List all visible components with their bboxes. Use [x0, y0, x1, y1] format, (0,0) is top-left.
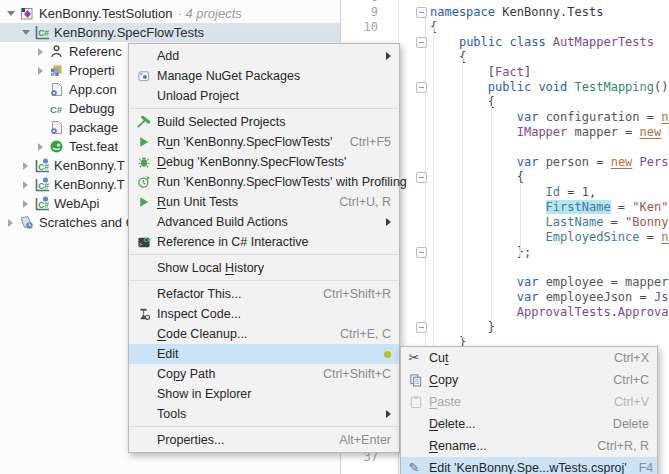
chevron-down-icon[interactable]	[19, 30, 32, 35]
fold-marker[interactable]	[416, 82, 427, 93]
code-token: class	[510, 35, 546, 49]
fold-marker[interactable]	[416, 7, 427, 18]
menu-item-label: Code Cleanup...	[157, 327, 247, 341]
menu-item-delete[interactable]: Delete...Delete	[401, 413, 657, 435]
properties-icon	[49, 63, 64, 78]
svg-text:C#: C#	[143, 237, 150, 243]
chevron-right-icon[interactable]	[34, 48, 47, 56]
menu-item-build-selected-projects[interactable]: Build Selected Projects	[129, 112, 399, 132]
menu-item-label: Debug 'KenBonny.SpecFlowTests'	[157, 155, 346, 169]
code-text[interactable]: namespace KenBonny.Tests{ public class A…	[430, 5, 669, 350]
code-token: mapper	[575, 125, 618, 139]
menu-item-run-kenbonny-specflowtests[interactable]: Run 'KenBonny.SpecFlowTests'Ctrl+F5	[129, 132, 399, 152]
chevron-down-icon[interactable]	[4, 11, 17, 16]
code-token	[430, 110, 517, 124]
scratches-icon	[19, 215, 34, 230]
chevron-right-icon[interactable]	[34, 143, 47, 151]
menu-item-properties[interactable]: Properties...Alt+Enter	[129, 430, 399, 450]
tree-item-label: package	[69, 120, 118, 135]
chevron-right-icon[interactable]	[34, 67, 47, 75]
menu-item-code-cleanup[interactable]: Code Cleanup...Ctrl+E, C	[129, 324, 399, 344]
code-line[interactable]: namespace KenBonny.Tests	[430, 5, 669, 20]
paste-icon	[409, 395, 424, 410]
solution-icon	[19, 6, 34, 21]
menu-item-copy-path[interactable]: Copy PathCtrl+Shift+C	[129, 364, 399, 384]
code-line[interactable]: public class AutMapperTests	[430, 35, 669, 50]
menu-item-advanced-build-actions[interactable]: Advanced Build Actions	[129, 212, 399, 232]
menu-item-add[interactable]: Add	[129, 46, 399, 66]
tree-item-label: WebApi	[54, 196, 99, 211]
config-icon	[49, 82, 64, 97]
code-token: var	[517, 290, 539, 304]
code-line[interactable]: FirstName = "Ken",	[430, 200, 669, 215]
code-token: AutMapperTests	[553, 35, 654, 49]
tree-item-label: App.con	[69, 82, 117, 97]
menu-item-show-local-history[interactable]: Show Local History	[129, 258, 399, 278]
code-line[interactable]	[430, 140, 669, 155]
menu-item-edit-kenbonny-spe-wtests-csproj[interactable]: ✎Edit 'KenBonny.Spe...wTests.csproj'F4	[401, 457, 657, 474]
code-token: public	[488, 80, 531, 94]
menu-item-tools[interactable]: Tools	[129, 404, 399, 424]
menu-item-debug-kenbonny-specflowtests[interactable]: Debug 'KenBonny.SpecFlowTests'	[129, 152, 399, 172]
cut-icon: ✂	[409, 351, 424, 366]
code-line[interactable]: {	[430, 20, 669, 35]
fold-marker[interactable]	[416, 37, 427, 48]
code-line[interactable]	[430, 260, 669, 275]
project-context-menu: AddManage NuGet PackagesUnload ProjectBu…	[128, 43, 400, 453]
menu-item-manage-nuget-packages[interactable]: Manage NuGet Packages	[129, 66, 399, 86]
menu-item-label: Build Selected Projects	[157, 115, 286, 129]
chevron-right-icon[interactable]	[19, 181, 32, 189]
menu-item-label: Inspect Code...	[157, 307, 241, 321]
code-token	[430, 200, 546, 214]
fold-marker[interactable]	[416, 172, 427, 183]
code-line[interactable]: IMapper mapper = new M	[430, 125, 669, 140]
menu-item-show-in-explorer[interactable]: Show in Explorer	[129, 384, 399, 404]
menu-item-unload-project[interactable]: Unload Project	[129, 86, 399, 106]
menu-item-cut[interactable]: ✂CutCtrl+X	[401, 347, 657, 369]
menu-item-inspect-code[interactable]: Inspect Code...	[129, 304, 399, 324]
tree-item-kenbonny-specflowtests[interactable]: C#KenBonny.SpecFlowTests	[0, 23, 340, 42]
menu-item-edit[interactable]: Edit	[129, 344, 399, 364]
code-token: Perso	[640, 155, 669, 169]
code-token: configuration	[546, 110, 640, 124]
code-token	[430, 290, 517, 304]
chevron-right-icon[interactable]	[19, 200, 32, 208]
code-token	[538, 155, 545, 169]
code-token: var	[517, 110, 539, 124]
code-line[interactable]: public void TestMapping()	[430, 80, 669, 95]
chevron-right-icon[interactable]	[4, 219, 17, 227]
code-line[interactable]: var configuration = ne	[430, 110, 669, 125]
menu-shortcut: Ctrl+Shift+R	[311, 287, 391, 301]
code-token: public	[459, 35, 502, 49]
code-line[interactable]: ApprovalTests.Approval	[430, 305, 669, 320]
fold-marker[interactable]	[416, 322, 427, 333]
menu-item-copy[interactable]: CopyCtrl+C	[401, 369, 657, 391]
menu-item-reference-in-c-interactive[interactable]: >_C#Reference in C# Interactive	[129, 232, 399, 252]
code-token: =	[640, 110, 662, 124]
menu-item-rename[interactable]: Rename...Ctrl+R, R	[401, 435, 657, 457]
code-line[interactable]: var employee = mapper.	[430, 275, 669, 290]
code-line[interactable]: }	[430, 320, 669, 335]
project-count-suffix: · 4 projects	[177, 6, 241, 21]
code-line[interactable]: [Fact]	[430, 65, 669, 80]
chevron-right-icon[interactable]	[19, 162, 32, 170]
tree-item-kenbonny-testsolution[interactable]: KenBonny.TestSolution· 4 projects	[0, 4, 340, 23]
fold-marker[interactable]	[416, 247, 427, 258]
profile-icon	[137, 175, 152, 190]
config-icon	[49, 120, 64, 135]
code-line[interactable]: LastName = "Bonny"	[430, 215, 669, 230]
code-line[interactable]: };	[430, 245, 669, 260]
code-line[interactable]: {	[430, 50, 669, 65]
code-line[interactable]: {	[430, 95, 669, 110]
menu-item-run-kenbonny-specflowtests-with-[interactable]: Run 'KenBonny.SpecFlowTests' with Profil…	[129, 172, 399, 192]
code-line[interactable]: var employeeJson = Jso	[430, 290, 669, 305]
menu-item-paste[interactable]: PasteCtrl+V	[401, 391, 657, 413]
code-line[interactable]: EmployedSince = ne	[430, 230, 669, 245]
menu-item-run-unit-tests[interactable]: Run Unit TestsCtrl+U, R	[129, 192, 399, 212]
code-line[interactable]: {	[430, 170, 669, 185]
run-icon	[137, 135, 152, 150]
code-line[interactable]: var person = new Perso	[430, 155, 669, 170]
menu-item-refactor-this[interactable]: Refactor This...Ctrl+Shift+R	[129, 284, 399, 304]
menu-item-label: Delete...	[429, 417, 476, 431]
code-line[interactable]: Id = 1,	[430, 185, 669, 200]
